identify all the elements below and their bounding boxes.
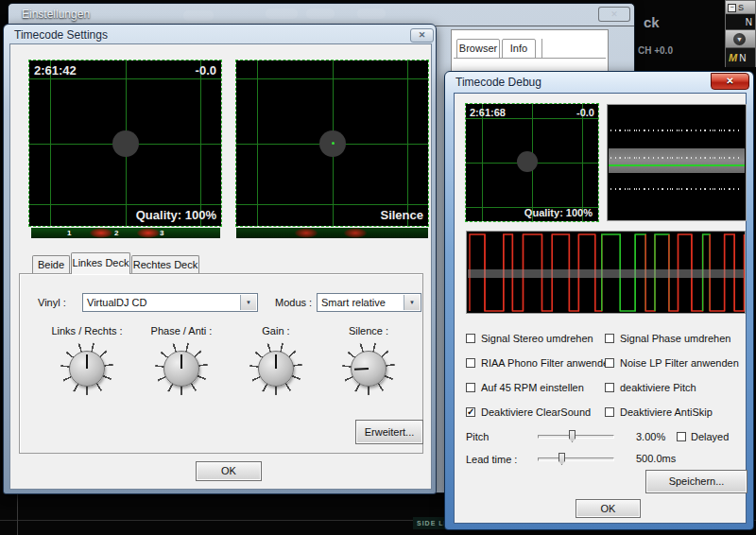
timecode-debug-window: Timecode Debug ✕ 2:61:68 -0.0 Quality: 1… <box>444 71 754 530</box>
checkbox-label[interactable]: Noise LP Filter anwenden <box>620 357 739 369</box>
scope-status: Silence <box>380 208 423 222</box>
speichern-button[interactable]: Speichern... <box>645 470 747 493</box>
erweitert-button[interactable]: Erweitert... <box>355 420 423 444</box>
checkbox-label[interactable]: deaktiviere Pitch <box>620 382 696 393</box>
cue-marker[interactable]: 2 <box>114 228 118 238</box>
left-deck-scope: 2:61:42 -0.0 Quality: 100% <box>29 60 221 226</box>
timecode-settings-title: Timecode Settings <box>14 28 108 42</box>
silence-knob[interactable] <box>342 342 395 395</box>
debug-ok-button[interactable]: OK <box>576 499 641 518</box>
blurred-button <box>357 9 386 19</box>
pitch-slider-track[interactable] <box>538 435 614 439</box>
checkbox-clearsound[interactable]: ✓ <box>466 407 475 417</box>
lead-time-slider-thumb[interactable] <box>558 453 565 465</box>
checkbox-deaktiviere-pitch[interactable] <box>605 383 614 392</box>
signal-speckle-row <box>610 129 743 131</box>
scope-offset: -0.0 <box>576 107 594 118</box>
pitch-slider-thumb[interactable] <box>569 430 576 442</box>
scope-quality: Quality: 100% <box>524 207 593 218</box>
checkbox-label[interactable]: Deaktiviere AntiSkip <box>620 406 713 418</box>
tab-browser[interactable]: Browser <box>456 39 500 59</box>
music-icon: M <box>726 52 739 63</box>
knob-pointer <box>86 354 88 369</box>
blurred-button <box>266 9 298 19</box>
chevron-down-icon[interactable]: ▼ <box>733 33 746 45</box>
checkbox-delayed[interactable] <box>677 432 686 441</box>
vinyl-select-value: VirtualDJ CD <box>87 297 146 308</box>
dropdown-arrow-icon[interactable]: ▼ <box>240 295 256 310</box>
sidebar-panel: −S N ▼ MN <box>725 0 756 67</box>
checkbox-label[interactable]: Deaktiviere ClearSound <box>481 406 591 418</box>
vinyl-select[interactable]: VirtualDJ CD ▼ <box>82 293 258 312</box>
modus-select[interactable]: Smart relative ▼ <box>317 293 421 312</box>
right-deck-song-strip[interactable] <box>236 228 428 238</box>
sidebar-button-row[interactable]: ▼ <box>726 30 755 48</box>
checkbox-label[interactable]: Signal Stereo umdrehen <box>481 333 593 344</box>
tab-info[interactable]: Info <box>502 39 536 59</box>
grid-line <box>466 118 598 119</box>
background-vertical-divider <box>17 494 18 535</box>
tab-beide[interactable]: Beide <box>32 255 70 273</box>
timecode-debug-title: Timecode Debug <box>455 76 541 89</box>
signal-blob <box>112 130 139 157</box>
checkbox-signal-phase[interactable] <box>605 334 614 343</box>
scope-quality: Quality: 100% <box>136 208 216 222</box>
checkbox-signal-stereo[interactable] <box>466 334 475 343</box>
tab-rechtes-deck[interactable]: Rechtes Deck <box>131 255 199 273</box>
right-deck-scope: Silence <box>236 60 428 226</box>
cue-marker[interactable]: 3 <box>160 228 163 238</box>
green-reference-line <box>609 164 745 166</box>
signal-detail-panel <box>607 104 747 221</box>
sidebar-row-n: N <box>726 14 755 30</box>
grid-line <box>236 78 428 79</box>
left-deck-song-strip[interactable]: 1 2 3 <box>31 228 220 238</box>
timecode-debug-close-button[interactable]: ✕ <box>711 73 749 90</box>
oscilloscope-gray-band <box>468 269 744 278</box>
debug-oscilloscope <box>466 231 746 314</box>
browser-info-panel: Browser Info <box>451 29 609 74</box>
tab-separator <box>541 39 542 58</box>
lead-time-value: 500.0ms <box>636 453 676 464</box>
checkbox-label[interactable]: Delayed <box>691 431 729 442</box>
timecode-settings-body: 2:61:42 -0.0 Quality: 100% Silence 1 2 <box>9 43 432 490</box>
collapse-icon[interactable]: − <box>728 4 736 12</box>
virtualdj-screen: SIDE LIST ck CH +0.0 −S N ▼ MN Einstellu… <box>0 0 756 535</box>
phase-anti-knob[interactable] <box>155 342 208 395</box>
modus-select-value: Smart relative <box>321 297 386 308</box>
checkbox-riaa-filter[interactable] <box>466 358 475 368</box>
einstellungen-title: Einstellungen <box>22 8 90 21</box>
sidebar-music-row: MN <box>726 48 755 67</box>
pitch-value: 3.00% <box>636 431 665 442</box>
lead-time-slider-track[interactable] <box>538 457 614 461</box>
tab-linkes-deck[interactable]: Linkes Deck <box>71 252 130 274</box>
knob-label-silence: Silence : <box>312 325 425 337</box>
timecode-settings-close-button[interactable]: ✕ <box>410 28 434 43</box>
timecode-settings-window: Timecode Settings ✕ 2:61:42 -0.0 Quality… <box>3 24 437 494</box>
modus-label: Modus : <box>275 297 312 308</box>
checkbox-label[interactable]: Signal Phase umdrehen <box>620 333 730 344</box>
vinyl-label: Vinyl : <box>38 297 66 308</box>
tab-baseline <box>454 58 606 59</box>
signal-blob <box>517 151 538 172</box>
signal-speckle-row <box>610 157 743 159</box>
sidebar-header[interactable]: −S <box>726 1 755 14</box>
checkbox-antiskip[interactable] <box>605 407 614 417</box>
checkbox-noise-lp[interactable] <box>605 358 614 368</box>
blurred-button <box>183 10 214 21</box>
blurred-button <box>306 9 335 19</box>
einstellungen-close-button[interactable]: ✕ <box>598 7 630 22</box>
gain-knob[interactable] <box>249 342 302 395</box>
timecode-debug-body: 2:61:68 -0.0 Quality: 100% Signal Stereo… <box>454 93 747 524</box>
links-rechts-knob[interactable] <box>60 342 113 395</box>
cue-marker[interactable]: 1 <box>67 228 71 238</box>
settings-ok-button[interactable]: OK <box>196 461 262 481</box>
checkbox-label[interactable]: Auf 45 RPM einstellen <box>481 382 584 393</box>
signal-speckle-row <box>610 188 743 190</box>
scope-offset: -0.0 <box>196 63 216 78</box>
dropdown-arrow-icon[interactable]: ▼ <box>404 295 420 310</box>
scope-timecode: 2:61:68 <box>470 107 506 118</box>
checkbox-label[interactable]: RIAA Phono Filter anwenden <box>481 357 614 369</box>
pitch-label: Pitch <box>466 431 489 442</box>
checkbox-45-rpm[interactable] <box>466 383 475 392</box>
knob-pointer <box>180 354 182 369</box>
